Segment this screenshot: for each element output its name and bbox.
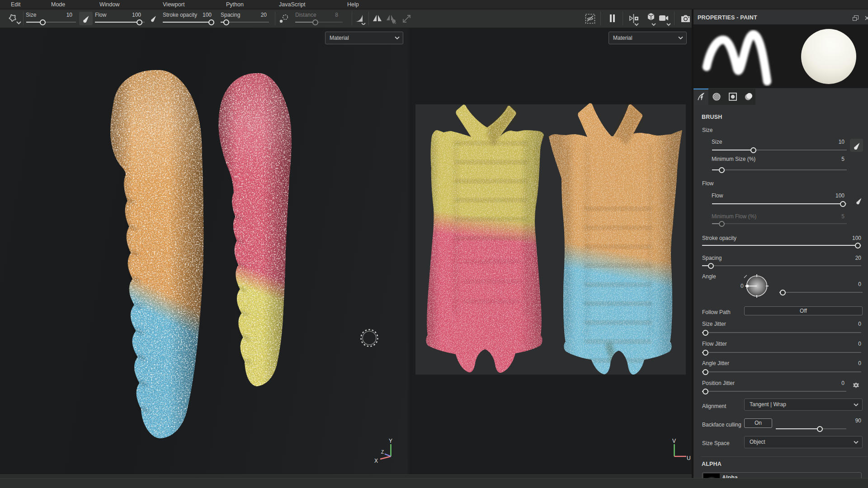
svg-text:X: X	[374, 458, 378, 464]
svg-text:Z: Z	[381, 450, 384, 455]
svg-text:Y: Y	[389, 438, 392, 444]
svg-text:U: U	[687, 455, 691, 461]
svg-text:V: V	[672, 438, 676, 444]
